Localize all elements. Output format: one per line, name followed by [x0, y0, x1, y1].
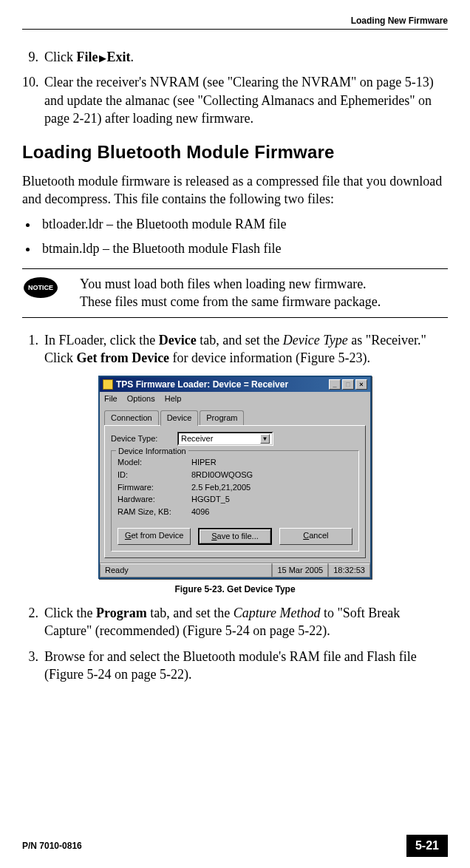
- menu-help[interactable]: Help: [165, 394, 182, 403]
- info-row: ID:8RDI0OWQOSG: [117, 469, 352, 481]
- info-row: RAM Size, KB:4096: [117, 506, 352, 518]
- button-row: Get from Device Save to file... Cancel: [117, 528, 352, 545]
- group-title: Device Information: [116, 446, 188, 457]
- page-footer: P/N 7010-0816 5-21: [22, 835, 448, 857]
- info-label: Firmware:: [117, 482, 191, 493]
- info-value: 4096: [191, 506, 209, 518]
- list-item: btloader.ldr – the Bluetooth module RAM …: [38, 215, 448, 233]
- step-number: 3.: [22, 648, 44, 684]
- notice-text: You must load both files when loading ne…: [80, 275, 448, 311]
- notice-callout: NOTICE You must load both files when loa…: [22, 268, 448, 318]
- info-label: Model:: [117, 457, 191, 468]
- info-row: Model:HIPER: [117, 457, 352, 468]
- menu-arrow-icon: ▶: [98, 52, 107, 64]
- tab-device[interactable]: Device: [160, 410, 199, 426]
- info-value: HIPER: [191, 457, 217, 468]
- status-date: 15 Mar 2005: [272, 563, 328, 577]
- device-info-group: Device Information Model:HIPER ID:8RDI0O…: [111, 450, 359, 552]
- device-type-select[interactable]: Receiver ▼: [177, 432, 273, 446]
- procedure-steps-cont: 2. Click the Program tab, and set the Ca…: [22, 604, 448, 683]
- step-body: Click the Program tab, and set the Captu…: [44, 604, 448, 640]
- minimize-button[interactable]: _: [329, 379, 341, 390]
- save-to-file-button[interactable]: Save to file...: [198, 528, 271, 545]
- menu-exit: Exit: [107, 50, 131, 64]
- list-item: btmain.ldp – the Bluetooth module Flash …: [38, 240, 448, 257]
- info-label: RAM Size, KB:: [117, 506, 191, 518]
- step-number: 10.: [22, 73, 44, 127]
- device-type-row: Device Type: Receiver ▼: [111, 432, 359, 446]
- step-body: In FLoader, click the Device tab, and se…: [44, 331, 448, 367]
- step-body: Click File▶Exit.: [44, 48, 448, 66]
- step-body: Browse for and select the Bluetooth modu…: [44, 648, 448, 684]
- client-area: Connection Device Program Device Type: R…: [100, 406, 370, 563]
- status-text: Ready: [100, 563, 272, 577]
- step-body: Clear the receiver's NVRAM (see "Clearin…: [44, 73, 448, 127]
- device-tab-panel: Device Type: Receiver ▼ Device Informati…: [104, 425, 366, 558]
- figure-5-23: TPS Firmware Loader: Device = Receiver _…: [22, 376, 448, 579]
- step-1: 1. In FLoader, click the Device tab, and…: [22, 331, 448, 367]
- window-controls: _ □ ×: [329, 379, 367, 390]
- maximize-button[interactable]: □: [342, 379, 354, 390]
- window-title: TPS Firmware Loader: Device = Receiver: [116, 379, 329, 390]
- tabs: Connection Device Program: [104, 410, 366, 426]
- step-number: 2.: [22, 604, 44, 640]
- menu-options[interactable]: Options: [127, 394, 155, 403]
- step-9: 9. Click File▶Exit.: [22, 48, 448, 66]
- step-number: 9.: [22, 48, 44, 66]
- close-button[interactable]: ×: [355, 379, 367, 390]
- device-type-value: Receiver: [181, 433, 213, 444]
- info-label: ID:: [117, 469, 191, 481]
- section-heading: Loading Bluetooth Module Firmware: [22, 140, 448, 164]
- info-value: 2.5 Feb,21,2005: [191, 482, 251, 493]
- procedure-steps: 1. In FLoader, click the Device tab, and…: [22, 331, 448, 367]
- notice-badge-icon: NOTICE: [24, 277, 58, 298]
- page-number: 5-21: [406, 835, 448, 857]
- tab-program[interactable]: Program: [200, 410, 244, 426]
- menubar: File Options Help: [100, 392, 370, 406]
- text-fragment: Click: [44, 50, 77, 64]
- info-row: Firmware:2.5 Feb,21,2005: [117, 482, 352, 493]
- app-icon: [103, 379, 113, 390]
- info-row: Hardware:HGGDT_5: [117, 494, 352, 505]
- info-label: Hardware:: [117, 494, 191, 505]
- step-2: 2. Click the Program tab, and set the Ca…: [22, 604, 448, 640]
- part-number: P/N 7010-0816: [22, 840, 82, 852]
- running-header: Loading New Firmware: [22, 15, 448, 30]
- cancel-button[interactable]: Cancel: [279, 528, 352, 545]
- menu-file[interactable]: File: [104, 394, 117, 403]
- chevron-down-icon[interactable]: ▼: [260, 434, 270, 444]
- figure-caption: Figure 5-23. Get Device Type: [22, 583, 448, 595]
- step-10: 10. Clear the receiver's NVRAM (see "Cle…: [22, 73, 448, 127]
- device-type-label: Device Type:: [111, 433, 177, 444]
- titlebar: TPS Firmware Loader: Device = Receiver _…: [100, 377, 370, 392]
- step-3: 3. Browse for and select the Bluetooth m…: [22, 648, 448, 684]
- step-number: 1.: [22, 331, 44, 367]
- file-list: btloader.ldr – the Bluetooth module RAM …: [38, 215, 448, 257]
- continuation-steps: 9. Click File▶Exit. 10. Clear the receiv…: [22, 48, 448, 127]
- text-fragment: .: [131, 50, 134, 64]
- info-value: HGGDT_5: [191, 494, 230, 505]
- get-from-device-button[interactable]: Get from Device: [117, 528, 191, 545]
- firmware-loader-window: TPS Firmware Loader: Device = Receiver _…: [98, 376, 372, 579]
- info-value: 8RDI0OWQOSG: [191, 469, 253, 481]
- status-time: 18:32:53: [328, 563, 370, 577]
- menu-file: File: [77, 50, 98, 64]
- intro-paragraph: Bluetooth module firmware is released as…: [22, 172, 448, 208]
- statusbar: Ready 15 Mar 2005 18:32:53: [100, 563, 370, 577]
- tab-connection[interactable]: Connection: [104, 410, 159, 426]
